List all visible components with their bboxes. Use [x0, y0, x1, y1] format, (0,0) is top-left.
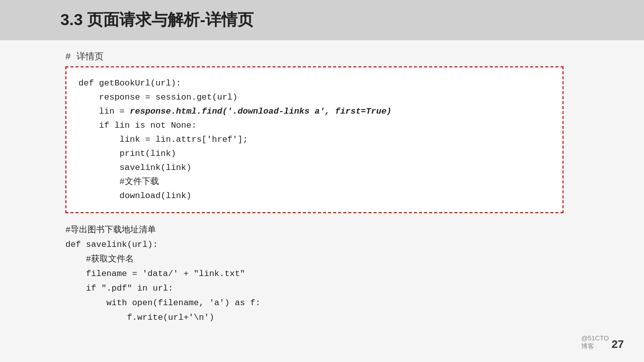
- code-line-9: download(link): [78, 191, 191, 201]
- header: 3.3 页面请求与解析-详情页: [0, 0, 644, 40]
- code-box: def getBookUrl(url): response = session.…: [65, 66, 564, 213]
- watermark: @51CTO博客: [581, 334, 609, 351]
- code-line-6: print(link): [78, 149, 176, 158]
- code-line-4: if lin is not None:: [78, 121, 197, 130]
- slide: 3.3 页面请求与解析-详情页 # 详情页 def getBookUrl(url…: [0, 0, 644, 362]
- code-line-3: lin = response.html.find('.download-link…: [78, 107, 391, 116]
- lower-line-3: #获取文件名: [65, 254, 134, 264]
- page-number: 27: [612, 338, 624, 351]
- lower-line-7: f.write(url+'\n'): [65, 313, 214, 322]
- comment-above-box: # 详情页: [65, 50, 629, 62]
- lower-line-5: if ".pdf" in url:: [65, 284, 173, 293]
- code-line-7: savelink(link): [78, 163, 191, 172]
- lower-line-2: def savelink(url):: [65, 240, 158, 249]
- code-line-5: link = lin.attrs['href'];: [78, 135, 248, 144]
- code-line-2: response = session.get(url): [78, 93, 237, 102]
- main-content: # 详情页 def getBookUrl(url): response = se…: [0, 40, 644, 362]
- code-highlight: response.html.find('.download-links a', …: [130, 107, 391, 116]
- lower-line-1: #导出图书下载地址清单: [65, 225, 156, 235]
- lower-line-4: filename = 'data/' + "link.txt": [65, 269, 245, 279]
- code-inside-box: def getBookUrl(url): response = session.…: [78, 76, 550, 203]
- code-line-1: def getBookUrl(url):: [78, 78, 181, 88]
- lower-code-block: #导出图书下载地址清单 def savelink(url): #获取文件名 fi…: [65, 223, 629, 325]
- lower-line-6: with open(filename, 'a') as f:: [65, 298, 261, 308]
- code-line-8: #文件下载: [78, 177, 159, 187]
- slide-title: 3.3 页面请求与解析-详情页: [60, 9, 254, 31]
